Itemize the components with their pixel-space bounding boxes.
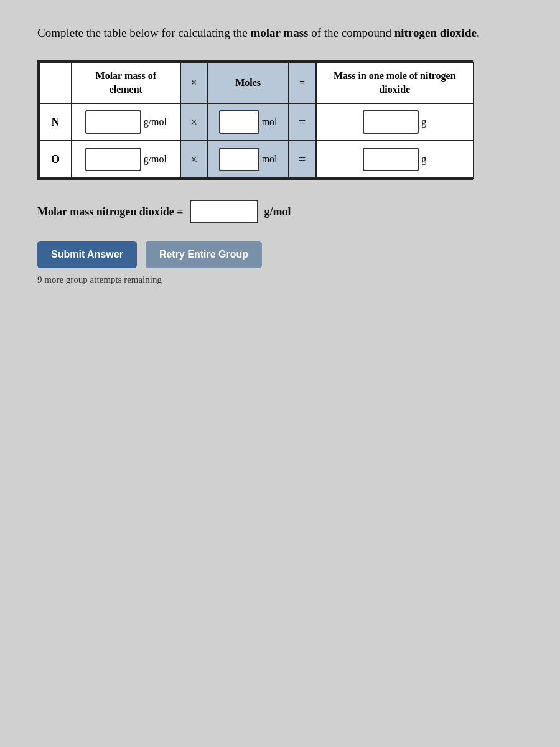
molar-mass-label: Molar mass nitrogen dioxide = <box>37 205 184 218</box>
submit-answer-button[interactable]: Submit Answer <box>37 241 137 268</box>
col-header-moles: Moles <box>208 62 289 104</box>
col-header-equals: = <box>289 62 316 104</box>
equals-operator-n: = <box>299 115 306 129</box>
cell-equals-o: = <box>289 141 316 178</box>
unit-gmol-o: g/mol <box>144 154 167 165</box>
cell-mass-o: g <box>316 141 474 178</box>
input-molar-mass-n[interactable] <box>85 110 141 134</box>
unit-gmol-n: g/mol <box>144 116 167 128</box>
cell-multiply-n: × <box>180 103 208 141</box>
col-header-molar-mass: Molar mass of element <box>72 62 180 104</box>
cell-mass-n: g <box>316 103 474 141</box>
instruction-text: Complete the table below for calculating… <box>37 25 523 42</box>
equals-operator-o: = <box>299 153 306 166</box>
col-header-multiply: × <box>180 62 208 104</box>
multiply-operator-o: × <box>190 153 197 166</box>
unit-mol-o: mol <box>262 154 278 165</box>
input-molar-mass-o[interactable] <box>85 148 141 171</box>
table-row-oxygen: O g/mol × mol <box>39 141 474 178</box>
table-row-nitrogen: N g/mol × mol <box>39 103 474 141</box>
cell-moles-n: mol <box>208 103 289 141</box>
attempts-remaining-text: 9 more group attempts remaining <box>37 275 523 285</box>
input-moles-n[interactable] <box>219 110 259 134</box>
retry-entire-group-button[interactable]: Retry Entire Group <box>146 241 262 268</box>
cell-molar-mass-o: g/mol <box>72 141 180 178</box>
molar-mass-result-row: Molar mass nitrogen dioxide = g/mol <box>37 200 523 223</box>
unit-mol-n: mol <box>262 116 278 128</box>
input-mass-o[interactable] <box>363 148 419 171</box>
col-header-mass: Mass in one mole of nitrogen dioxide <box>316 62 474 104</box>
element-label-n: N <box>39 103 72 141</box>
page-content: Complete the table below for calculating… <box>37 25 523 285</box>
unit-g-n: g <box>421 116 426 128</box>
multiply-operator-n: × <box>190 115 197 129</box>
cell-equals-n: = <box>289 103 316 141</box>
buttons-row: Submit Answer Retry Entire Group <box>37 241 523 268</box>
element-label-o: O <box>39 141 72 178</box>
cell-multiply-o: × <box>180 141 208 178</box>
cell-molar-mass-n: g/mol <box>72 103 180 141</box>
molar-mass-unit: g/mol <box>264 205 291 218</box>
input-mass-n[interactable] <box>363 110 419 134</box>
unit-g-o: g <box>421 154 426 165</box>
molar-mass-table: Molar mass of element × Moles = Mass in … <box>37 60 473 181</box>
col-header-element <box>39 62 72 104</box>
input-molar-mass-result[interactable] <box>190 200 258 223</box>
input-moles-o[interactable] <box>219 148 259 171</box>
cell-moles-o: mol <box>208 141 289 178</box>
